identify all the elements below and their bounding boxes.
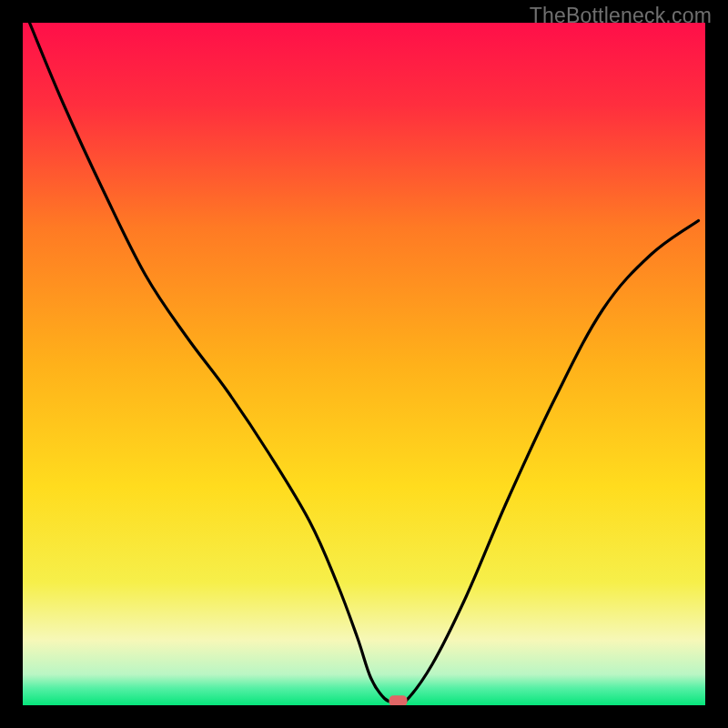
optimum-marker: [389, 695, 408, 705]
gradient-background: [23, 23, 705, 705]
bottleneck-plot: [23, 23, 705, 705]
chart-frame: TheBottleneck.com: [0, 0, 728, 728]
watermark-text: TheBottleneck.com: [530, 4, 712, 28]
